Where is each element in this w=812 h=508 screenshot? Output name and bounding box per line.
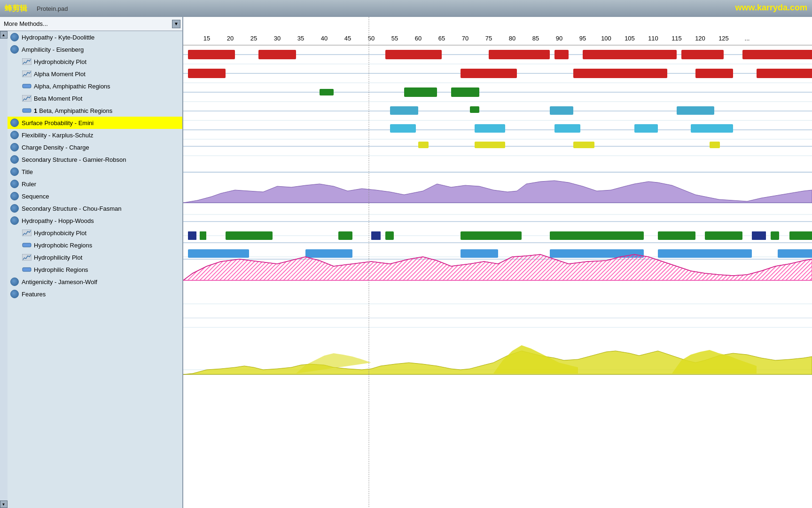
method-label: Hydrophilic Regions: [34, 266, 88, 273]
svg-rect-80: [418, 142, 429, 148]
method-icon-plot: [22, 229, 32, 237]
svg-rect-108: [778, 249, 812, 258]
svg-text:75: 75: [485, 35, 492, 42]
method-dropdown[interactable]: More Methods... ▼: [0, 17, 182, 31]
svg-rect-70: [470, 106, 479, 113]
svg-text:120: 120: [695, 35, 705, 42]
svg-rect-92: [338, 231, 352, 240]
svg-rect-83: [710, 142, 720, 148]
method-icon-globe: [9, 167, 20, 176]
method-icon-globe: [9, 290, 20, 298]
svg-text:...: ...: [745, 35, 750, 42]
method-item-antigenicity-jameson[interactable]: Antigenicity - Jameson-Wolf: [8, 276, 182, 288]
svg-rect-76: [554, 124, 580, 133]
svg-text:85: 85: [532, 35, 539, 42]
scroll-down-btn[interactable]: ▼: [0, 500, 8, 508]
method-item-hydrophobic-regions[interactable]: Hydrophobic Regions: [8, 239, 182, 251]
svg-rect-101: [789, 231, 812, 240]
method-item-charge-density[interactable]: Charge Density - Charge: [8, 141, 182, 153]
scroll-track: [0, 39, 8, 500]
svg-rect-74: [390, 124, 416, 133]
svg-text:60: 60: [415, 35, 422, 42]
left-panel: More Methods... ▼ ▲ ▼ Hydropathy - Kyte-…: [0, 17, 183, 508]
method-label: Hydrophobicity Plot: [34, 230, 86, 237]
method-item-alpha-moment-plot[interactable]: Alpha Moment Plot: [8, 68, 182, 80]
svg-rect-105: [461, 249, 498, 258]
method-item-hydropathy-hopp[interactable]: Hydropathy - Hopp-Woods: [8, 214, 182, 227]
method-item-sequence[interactable]: Sequence: [8, 190, 182, 202]
method-label: Alpha, Amphipathic Regions: [34, 83, 110, 90]
svg-rect-81: [475, 142, 505, 148]
method-item-title[interactable]: Title: [8, 166, 182, 178]
method-icon-globe: [9, 180, 20, 188]
svg-rect-51: [258, 50, 296, 59]
svg-text:40: 40: [321, 35, 328, 42]
method-item-hydrophobicity-plot[interactable]: Hydrophobicity Plot: [8, 56, 182, 68]
svg-text:20: 20: [227, 35, 234, 42]
svg-rect-67: [451, 87, 479, 97]
svg-rect-65: [320, 89, 334, 95]
method-number: 1: [34, 107, 37, 114]
method-item-surface-probability-emini[interactable]: Surface Probability - Emini: [8, 117, 182, 129]
svg-text:30: 30: [274, 35, 281, 42]
method-item-flexibility-karplus[interactable]: Flexibility - Karplus-Schulz: [8, 129, 182, 141]
svg-rect-77: [634, 124, 658, 133]
svg-text:35: 35: [297, 35, 304, 42]
method-label: Secondary Structure - Chou-Fasman: [22, 205, 121, 212]
app-title: 蜂剪辑: [5, 4, 27, 14]
svg-text:80: 80: [509, 35, 515, 42]
method-item-features[interactable]: Features: [8, 288, 182, 300]
svg-rect-63: [757, 69, 812, 78]
svg-rect-61: [573, 69, 667, 78]
svg-rect-96: [550, 231, 644, 240]
method-item-hydrophilic-regions[interactable]: Hydrophilic Regions: [8, 263, 182, 276]
svg-rect-71: [550, 106, 573, 115]
method-label: Sequence: [22, 193, 49, 200]
method-item-secondary-structure-garnier[interactable]: Secondary Structure - Garnier-Robson: [8, 153, 182, 166]
method-item-hydrophobicity-plot2[interactable]: Hydrophobicity Plot: [8, 227, 182, 239]
svg-rect-4: [23, 109, 31, 112]
method-icon-globe: [9, 192, 20, 200]
scroll-up-btn[interactable]: ▲: [0, 31, 8, 39]
method-item-alpha-amphipathic-regions[interactable]: Alpha, Amphipathic Regions: [8, 80, 182, 92]
svg-rect-103: [188, 249, 249, 258]
svg-rect-62: [695, 69, 733, 78]
svg-rect-82: [573, 142, 594, 148]
right-panel: 15 20 25 30 35 40 45 50 55 60 65 70 75 8…: [183, 17, 812, 508]
method-item-hydrophilicity-plot[interactable]: Hydrophilicity Plot: [8, 251, 182, 263]
svg-rect-53: [489, 50, 550, 59]
method-icon-plot: [22, 253, 32, 262]
method-item-secondary-structure-chou[interactable]: Secondary Structure - Chou-Fasman: [8, 202, 182, 214]
method-item-beta-moment-plot[interactable]: Beta Moment Plot: [8, 92, 182, 104]
method-label: Hydropathy - Kyte-Doolittle: [22, 34, 94, 41]
svg-text:65: 65: [438, 35, 445, 42]
method-label: Charge Density - Charge: [22, 144, 89, 151]
svg-text:45: 45: [344, 35, 351, 42]
left-scrollbar[interactable]: ▲ ▼: [0, 31, 8, 508]
svg-rect-52: [385, 50, 442, 59]
method-item-ruler[interactable]: Ruler: [8, 178, 182, 190]
method-icon-globe: [9, 278, 20, 286]
method-label: Surface Probability - Emini: [22, 119, 94, 127]
svg-text:95: 95: [579, 35, 586, 42]
method-item-beta-amphipathic-regions[interactable]: 1Beta, Amphipathic Regions: [8, 104, 182, 117]
method-label: Hydrophilicity Plot: [34, 254, 82, 261]
method-item-hydropathy-kyte[interactable]: Hydropathy - Kyte-Doolittle: [8, 31, 182, 43]
svg-rect-69: [390, 106, 418, 115]
svg-text:100: 100: [601, 35, 611, 42]
method-icon-regions: [22, 106, 32, 115]
svg-rect-98: [705, 231, 742, 240]
method-icon-plot: [22, 57, 32, 66]
svg-rect-56: [681, 50, 724, 59]
svg-rect-94: [385, 231, 394, 240]
method-label: Flexibility - Karplus-Schulz: [22, 132, 93, 139]
svg-rect-99: [752, 231, 766, 240]
svg-rect-6: [23, 243, 31, 247]
svg-rect-93: [371, 231, 381, 240]
method-item-amphilicity-eisenberg[interactable]: Amphilicity - Eisenberg: [8, 43, 182, 56]
main-layout: More Methods... ▼ ▲ ▼ Hydropathy - Kyte-…: [0, 17, 812, 508]
dropdown-arrow-icon[interactable]: ▼: [172, 20, 180, 28]
method-icon-plot: [22, 94, 32, 103]
svg-rect-104: [305, 249, 352, 258]
svg-rect-55: [583, 50, 677, 59]
